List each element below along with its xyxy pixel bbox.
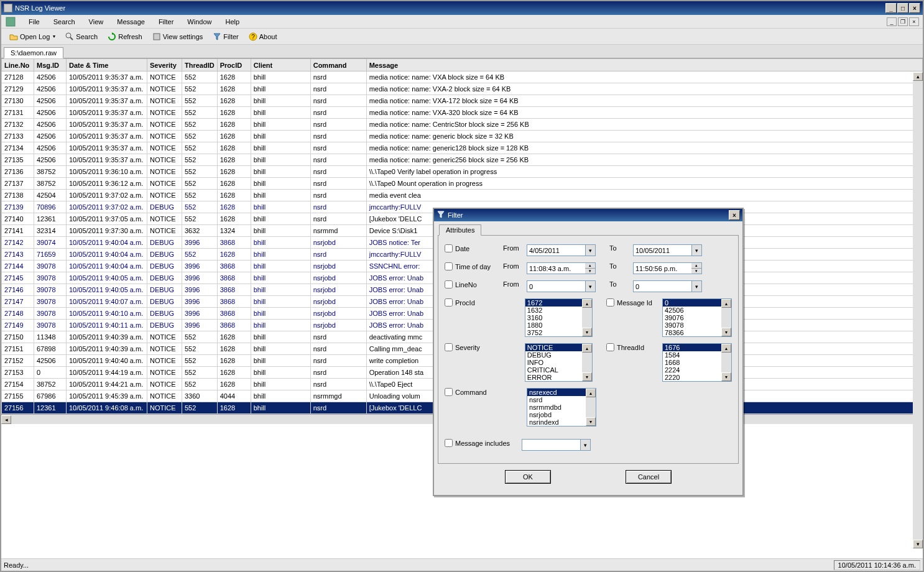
list-item[interactable]: 39076	[663, 314, 721, 321]
list-item[interactable]: 1668	[663, 359, 721, 366]
list-item[interactable]: 39078	[663, 321, 721, 329]
open-log-button[interactable]: Open Log ▾	[5, 30, 60, 43]
vertical-scrollbar[interactable]: ▴ ▾	[913, 72, 923, 548]
tab-attributes[interactable]: Attributes	[439, 224, 481, 236]
folder-open-icon	[9, 32, 18, 41]
messageid-checkbox[interactable]: Message Id	[606, 298, 660, 307]
table-row[interactable]: 271384250410/05/2011 9:37:02 a.m.NOTICE5…	[2, 190, 923, 201]
list-item[interactable]: 1672	[525, 299, 582, 307]
time-from-input[interactable]: ▴▾	[527, 262, 596, 274]
ok-button[interactable]: OK	[505, 470, 551, 484]
menu-help[interactable]: Help	[219, 17, 246, 27]
command-checkbox[interactable]: Command	[445, 388, 501, 396]
list-item[interactable]: DEBUG	[525, 351, 582, 359]
table-row[interactable]: 271363875210/05/2011 9:36:10 a.m.NOTICE5…	[2, 166, 923, 178]
logo-icon	[5, 16, 16, 27]
filter-button[interactable]: Filter	[208, 30, 243, 43]
dialog-close-button[interactable]: ×	[729, 210, 740, 220]
column-header[interactable]: Command	[310, 59, 366, 72]
mdi-restore-button[interactable]: ❐	[898, 17, 908, 26]
search-button[interactable]: Search	[61, 30, 102, 43]
table-row[interactable]: 271294250610/05/2011 9:35:37 a.m.NOTICE5…	[2, 83, 923, 95]
threadid-listbox[interactable]: 16761584166822242220▴▾	[662, 343, 732, 382]
severity-listbox[interactable]: NOTICEDEBUGINFOCRITICALERROR▴▾	[525, 343, 593, 382]
table-row[interactable]: 271304250610/05/2011 9:35:37 a.m.NOTICE5…	[2, 95, 923, 107]
lineno-from-input[interactable]: ▾	[527, 280, 596, 292]
list-item[interactable]: 2224	[663, 366, 721, 374]
list-item[interactable]: NOTICE	[525, 344, 582, 351]
minimize-button[interactable]: _	[885, 3, 897, 13]
date-to-input[interactable]: ▾	[633, 244, 702, 256]
messageid-listbox[interactable]: 042506390763907878366▴▾	[662, 298, 732, 337]
menu-search[interactable]: Search	[47, 17, 81, 27]
menu-filter[interactable]: Filter	[152, 17, 180, 27]
table-row[interactable]: 271373875210/05/2011 9:36:12 a.m.NOTICE5…	[2, 178, 923, 190]
list-item[interactable]: 78366	[663, 329, 721, 336]
menu-message[interactable]: Message	[111, 17, 151, 27]
menu-view[interactable]: View	[83, 17, 110, 27]
view-settings-button[interactable]: View settings	[148, 30, 208, 43]
table-row[interactable]: 271284250610/05/2011 9:35:37 a.m.NOTICE5…	[2, 72, 923, 83]
column-header[interactable]: ProcID	[217, 59, 251, 72]
time-to-input[interactable]: ▴▾	[633, 262, 702, 274]
list-item[interactable]: 0	[663, 299, 721, 307]
maximize-button[interactable]: □	[897, 3, 908, 13]
menu-window[interactable]: Window	[181, 17, 218, 27]
table-row[interactable]: 271334250610/05/2011 9:35:37 a.m.NOTICE5…	[2, 131, 923, 142]
close-button[interactable]: ×	[909, 3, 920, 13]
list-item[interactable]: 3752	[525, 329, 582, 336]
column-header[interactable]: Line.No	[2, 59, 34, 72]
lineno-checkbox[interactable]: LineNo	[445, 280, 501, 288]
column-header[interactable]: Client	[251, 59, 310, 72]
status-clock: 10/05/2011 10:14:36 a.m.	[834, 560, 920, 570]
table-row[interactable]: 271354250610/05/2011 9:35:37 a.m.NOTICE5…	[2, 154, 923, 166]
question-icon: ?	[249, 32, 257, 41]
dialog-titlebar[interactable]: Filter ×	[434, 209, 742, 221]
msgincludes-checkbox[interactable]: Message includes	[445, 439, 519, 447]
mdi-close-button[interactable]: ×	[909, 17, 919, 26]
table-row[interactable]: 271344250610/05/2011 9:35:37 a.m.NOTICE5…	[2, 142, 923, 154]
list-item[interactable]: nsrd	[527, 396, 586, 404]
scroll-up-button[interactable]: ▴	[913, 72, 923, 81]
severity-checkbox[interactable]: Severity	[445, 343, 499, 351]
file-tab[interactable]: S:\daemon.raw	[4, 47, 63, 58]
table-row[interactable]: 271314250610/05/2011 9:35:37 a.m.NOTICE5…	[2, 107, 923, 119]
list-item[interactable]: 1880	[525, 321, 582, 329]
date-from-input[interactable]: ▾	[527, 244, 596, 256]
threadid-checkbox[interactable]: ThreadId	[606, 343, 660, 351]
list-item[interactable]: 1676	[663, 344, 721, 351]
column-header[interactable]: Severity	[147, 59, 182, 72]
list-item[interactable]: 3160	[525, 314, 582, 321]
list-item[interactable]: nsrmmdbd	[527, 404, 586, 411]
procid-checkbox[interactable]: ProcId	[445, 298, 499, 307]
scroll-down-button[interactable]: ▾	[913, 540, 923, 548]
document-tabs: S:\daemon.raw	[1, 45, 923, 58]
command-listbox[interactable]: nsrexecdnsrdnsrmmdbdnsrjobdnsrindexd▴▾	[527, 388, 596, 427]
msgincludes-input[interactable]: ▾	[522, 439, 591, 451]
list-item[interactable]: ERROR	[525, 374, 582, 381]
list-item[interactable]: CRITICAL	[525, 366, 582, 374]
list-item[interactable]: INFO	[525, 359, 582, 366]
list-item[interactable]: 1584	[663, 351, 721, 359]
about-button[interactable]: ? About	[244, 30, 282, 43]
lineno-to-input[interactable]: ▾	[633, 280, 702, 292]
mdi-minimize-button[interactable]: _	[887, 17, 897, 26]
date-checkbox[interactable]: Date	[445, 244, 501, 252]
column-header[interactable]: Date & Time	[67, 59, 147, 72]
cancel-button[interactable]: Cancel	[626, 470, 672, 484]
column-header[interactable]: Msg.ID	[34, 59, 67, 72]
column-header[interactable]: Message	[366, 59, 922, 72]
list-item[interactable]: 2220	[663, 374, 721, 381]
list-item[interactable]: 1632	[525, 307, 582, 314]
column-header[interactable]: ThreadID	[182, 59, 218, 72]
list-item[interactable]: nsrindexd	[527, 418, 586, 426]
list-item[interactable]: nsrexecd	[527, 389, 586, 396]
table-row[interactable]: 271324250610/05/2011 9:35:37 a.m.NOTICE5…	[2, 119, 923, 131]
timeofday-checkbox[interactable]: Time of day	[445, 262, 501, 270]
scroll-left-button[interactable]: ◂	[1, 415, 11, 424]
list-item[interactable]: 42506	[663, 307, 721, 314]
refresh-button[interactable]: Refresh	[103, 30, 147, 43]
list-item[interactable]: nsrjobd	[527, 411, 586, 418]
procid-listbox[interactable]: 16721632316018803752▴▾	[525, 298, 593, 337]
menu-file[interactable]: File	[22, 17, 46, 27]
